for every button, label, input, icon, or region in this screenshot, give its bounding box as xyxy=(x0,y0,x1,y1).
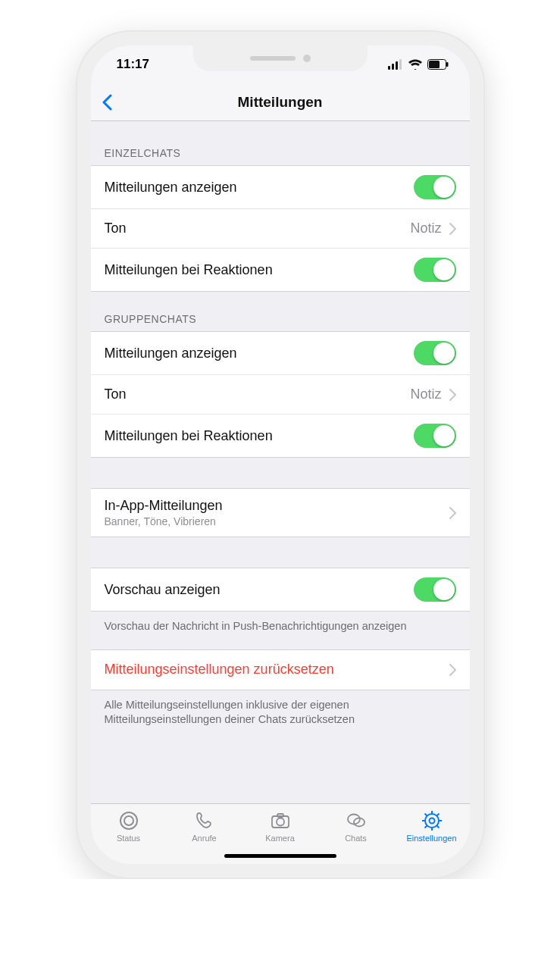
tab-camera[interactable]: Kamera xyxy=(242,810,318,843)
row-einzel-show[interactable]: Mitteilungen anzeigen xyxy=(91,166,470,209)
row-label: Mitteilungen anzeigen xyxy=(105,346,237,361)
tab-label: Chats xyxy=(345,834,367,843)
svg-rect-11 xyxy=(277,814,283,817)
camera-icon xyxy=(270,810,291,831)
row-reset[interactable]: Mitteilungseinstellungen zurücksetzen xyxy=(91,650,470,690)
toggle-einzel-reactions[interactable] xyxy=(414,258,456,282)
chats-icon xyxy=(346,810,367,831)
status-indicators xyxy=(388,59,449,70)
toggle-gruppe-reactions[interactable] xyxy=(414,424,456,448)
row-value: Notiz xyxy=(127,221,449,236)
row-gruppe-tone[interactable]: Ton Notiz xyxy=(91,375,470,415)
group-einzelchats: Mitteilungen anzeigen Ton Notiz Mitteilu… xyxy=(91,165,470,292)
row-label: Ton xyxy=(105,386,127,402)
nav-bar: Mitteilungen xyxy=(91,83,470,121)
svg-line-23 xyxy=(436,814,439,816)
status-icon xyxy=(118,810,139,831)
screen: 11:17 Mitteilungen Einzelchats Mitteilun… xyxy=(91,45,470,864)
toggle-preview[interactable] xyxy=(414,577,456,602)
battery-icon xyxy=(427,59,449,70)
chevron-right-icon xyxy=(449,223,456,235)
row-label: Ton xyxy=(105,221,127,236)
tab-chats[interactable]: Chats xyxy=(318,810,394,843)
group-preview: Vorschau anzeigen xyxy=(91,568,470,612)
tab-label: Anrufe xyxy=(192,834,216,843)
svg-point-10 xyxy=(277,818,284,826)
phone-icon xyxy=(194,810,215,831)
row-preview[interactable]: Vorschau anzeigen xyxy=(91,568,470,611)
svg-rect-6 xyxy=(446,62,449,67)
home-indicator[interactable] xyxy=(224,854,336,858)
row-label: Mitteilungen bei Reaktionen xyxy=(105,262,273,278)
row-gruppe-reactions[interactable]: Mitteilungen bei Reaktionen xyxy=(91,415,470,457)
svg-line-20 xyxy=(424,814,427,816)
group-reset: Mitteilungseinstellungen zurücksetzen xyxy=(91,649,470,690)
chevron-right-icon xyxy=(449,664,456,676)
svg-line-22 xyxy=(424,826,427,828)
tab-label: Kamera xyxy=(265,834,295,843)
phone-frame: 11:17 Mitteilungen Einzelchats Mitteilun… xyxy=(76,30,485,879)
toggle-gruppe-show[interactable] xyxy=(414,341,456,365)
row-label: Vorschau anzeigen xyxy=(105,582,221,598)
svg-point-14 xyxy=(425,814,439,828)
tab-status[interactable]: Status xyxy=(91,810,167,843)
svg-line-21 xyxy=(436,826,439,828)
section-header-einzelchats: Einzelchats xyxy=(91,121,470,165)
content-scroll[interactable]: Einzelchats Mitteilungen anzeigen Ton No… xyxy=(91,121,470,803)
row-value: Notiz xyxy=(127,386,449,402)
status-time: 11:17 xyxy=(117,57,149,72)
back-button[interactable] xyxy=(102,83,112,120)
tab-settings[interactable]: Einstellungen xyxy=(394,810,470,843)
cellular-icon xyxy=(388,59,403,70)
row-einzel-reactions[interactable]: Mitteilungen bei Reaktionen xyxy=(91,249,470,291)
svg-point-7 xyxy=(120,812,137,829)
row-subtitle: Banner, Töne, Vibrieren xyxy=(105,515,449,527)
row-einzel-tone[interactable]: Ton Notiz xyxy=(91,209,470,249)
row-label: Mitteilungen bei Reaktionen xyxy=(105,428,273,444)
toggle-einzel-show[interactable] xyxy=(414,175,456,199)
svg-rect-0 xyxy=(388,66,390,70)
footer-reset: Alle Mitteilungseinstellungen inklusive … xyxy=(91,690,470,743)
svg-rect-5 xyxy=(429,61,440,68)
svg-point-8 xyxy=(124,816,133,825)
wifi-icon xyxy=(408,59,423,70)
row-gruppe-show[interactable]: Mitteilungen anzeigen xyxy=(91,332,470,375)
group-inapp: In-App-Mitteilungen Banner, Töne, Vibrie… xyxy=(91,488,470,537)
chevron-right-icon xyxy=(449,507,456,519)
tab-calls[interactable]: Anrufe xyxy=(167,810,242,843)
row-label: Mitteilungseinstellungen zurücksetzen xyxy=(105,662,334,677)
svg-rect-2 xyxy=(396,61,398,70)
notch xyxy=(193,45,368,71)
row-inapp[interactable]: In-App-Mitteilungen Banner, Töne, Vibrie… xyxy=(91,489,470,537)
chevron-left-icon xyxy=(102,94,112,111)
tab-label: Status xyxy=(117,834,140,843)
group-gruppenchats: Mitteilungen anzeigen Ton Notiz Mitteilu… xyxy=(91,331,470,458)
row-label: Mitteilungen anzeigen xyxy=(105,180,237,196)
section-header-gruppenchats: Gruppenchats xyxy=(91,292,470,331)
tab-label: Einstellungen xyxy=(406,834,456,843)
chevron-right-icon xyxy=(449,389,456,401)
gear-icon xyxy=(421,810,443,831)
svg-rect-3 xyxy=(399,59,402,70)
page-title: Mitteilungen xyxy=(238,94,323,111)
svg-point-15 xyxy=(429,818,434,824)
row-label: In-App-Mitteilungen xyxy=(105,498,449,514)
footer-preview: Vorschau der Nachricht in Push-Benachric… xyxy=(91,612,470,649)
svg-rect-1 xyxy=(392,64,394,70)
